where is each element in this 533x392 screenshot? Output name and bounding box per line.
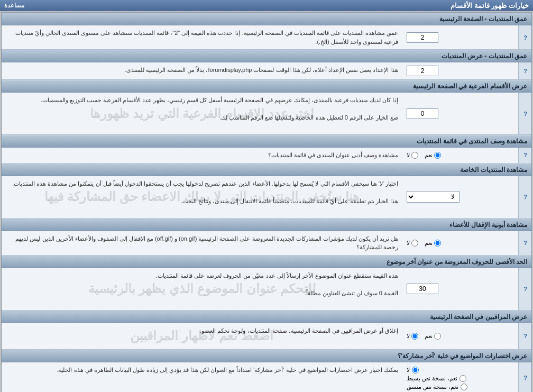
section-private-forums: مشاهدة المنتديات الخاصة — [2, 163, 531, 176]
page-title: خيارات ظهور قائمة الأقسام — [451, 2, 529, 10]
help-icon-2[interactable]: ? — [519, 93, 531, 134]
help-icon-6[interactable]: ? — [519, 268, 531, 310]
section-online-members: مشاهدة أبونية الإقفال للأعضاء — [2, 218, 531, 231]
forum-display-depth-input[interactable] — [407, 66, 438, 76]
setting-row-show-forum-desc: ? نعم لا مشاهدة وصف أدنى عنوان المنتدى ف… — [2, 148, 531, 163]
setting-row-last-post-snippets: ? لا نعم، نسخة نص بسيط نعم، نسخة نص منسق — [2, 362, 531, 393]
setting-row-forum-depth-home: ? عمق مشاهدة المنتديات على قائمة المنتدي… — [2, 25, 531, 50]
show-desc-no-label[interactable]: لا — [407, 152, 418, 159]
section-thread-title-limit: الحد الأقصى للحروف المعروضة من عنوان آخر… — [2, 256, 531, 268]
online-yes-label[interactable]: نعم — [425, 240, 441, 247]
input-cell-1 — [402, 62, 519, 79]
show-desc-no-radio[interactable] — [411, 152, 418, 159]
mods-yes-label[interactable]: نعم — [425, 333, 441, 340]
show-desc-radio-group: نعم لا — [407, 152, 441, 159]
input-cell-5: نعم لا — [402, 231, 519, 255]
snippets-formatted-label[interactable]: نعم، نسخة نص منسق — [407, 384, 467, 390]
input-cell-8: لا نعم، نسخة نص بسيط نعم، نسخة نص منسق — [402, 362, 519, 393]
section-show-forum-desc: مشاهدة وصف المنتدى في قائمة المنتديات — [2, 135, 531, 148]
help-icon-4[interactable]: ? — [519, 176, 531, 218]
online-members-radio-group: نعم لا — [407, 240, 441, 247]
help-icon-5[interactable]: ? — [519, 231, 531, 255]
section-last-post-snippets: عرض اختصارات المواضيع في خلية 'آخر مشارك… — [2, 350, 531, 362]
desc-forum-display-depth: هذا الإعداد يعمل نفس الإعداد أعلاه، لكن … — [2, 62, 402, 79]
input-cell-6 — [402, 268, 519, 310]
section-forum-depth: عمق المنتديات - الصفحة الرئيسية — [2, 13, 531, 25]
snippets-plain-label[interactable]: نعم، نسخة نص بسيط — [407, 375, 466, 382]
moderators-radio-group: نعم لا — [407, 333, 441, 340]
mods-no-label[interactable]: لا — [407, 333, 418, 340]
desc-online-members: هل تريد أن يكون لديك مؤشرات المشاركات ال… — [2, 231, 402, 255]
help-icon-7[interactable]: ? — [519, 323, 531, 349]
input-cell-7: نعم لا — [402, 323, 519, 349]
online-no-radio[interactable] — [411, 240, 418, 247]
input-cell-0 — [402, 25, 519, 49]
desc-private-forums: اختيار 'لا' هنا سيخفي الأقسام التي لا يُ… — [2, 176, 402, 218]
setting-row-subforums-home: ? إذا كان لديك منتديات فرعية بالمنتدى، إ… — [2, 93, 531, 135]
page-wrapper: خيارات ظهور قائمة الأقسام مساعدة عمق الم… — [0, 0, 533, 392]
subforums-home-input[interactable] — [407, 108, 438, 119]
input-cell-4: نعم لا — [402, 176, 519, 218]
snippets-no-label[interactable]: لا — [407, 367, 419, 373]
mods-no-radio[interactable] — [411, 333, 418, 340]
section-forum-display-depth: عمق المنتديات - عرض المنتديات — [2, 50, 531, 62]
snippets-formatted-radio[interactable] — [461, 384, 467, 390]
input-cell-3: نعم لا — [402, 148, 519, 163]
online-no-label[interactable]: لا — [407, 240, 418, 247]
thread-title-limit-input[interactable] — [407, 284, 438, 294]
snippets-options: لا نعم، نسخة نص بسيط نعم، نسخة نص منسق — [407, 367, 467, 390]
top-bar: خيارات ظهور قائمة الأقسام مساعدة — [0, 0, 533, 11]
setting-row-moderators-home: ? نعم لا إغلاق أو عرض المراقبين في الصفح… — [2, 323, 531, 350]
setting-row-private-forums: ? نعم لا اختيار 'لا' هنا سيخفي الأقسام ا… — [2, 176, 531, 218]
private-forums-select[interactable]: نعم لا — [407, 191, 460, 203]
desc-last-post-snippets: يمكنك اختيار عرض اختصارات المواضيع في خل… — [2, 362, 402, 393]
forum-depth-home-input[interactable] — [407, 32, 438, 43]
desc-thread-title-limit: هذه القيمة ستقطع عنوان الموضوع الآخر إرس… — [2, 268, 402, 310]
snippets-no-radio[interactable] — [412, 367, 419, 373]
snippets-plain-radio[interactable] — [460, 375, 466, 382]
help-icon-1[interactable]: ? — [519, 62, 531, 79]
mods-yes-radio[interactable] — [434, 333, 441, 340]
setting-row-forum-display-depth: ? هذا الإعداد يعمل نفس الإعداد أعلاه، لك… — [2, 62, 531, 80]
help-icon-3[interactable]: ? — [519, 148, 531, 163]
show-desc-yes-radio[interactable] — [434, 152, 441, 159]
online-yes-radio[interactable] — [434, 240, 441, 247]
setting-row-thread-title-limit: ? هذه القيمة ستقطع عنوان الموضوع الآخر إ… — [2, 268, 531, 311]
section-subforums-home: عرض الأقسام الفرعية في الصفحة الرئيسية — [2, 80, 531, 93]
help-link[interactable]: مساعدة — [4, 2, 24, 9]
main-container: عمق المنتديات - الصفحة الرئيسية ? عمق مش… — [1, 12, 532, 392]
show-desc-yes-label[interactable]: نعم — [425, 152, 441, 159]
desc-subforums-home: إذا كان لديك منتديات فرعية بالمنتدى، إمك… — [2, 93, 402, 134]
desc-show-forum-desc: مشاهدة وصف أدنى عنوان المنتدى في قائمة ا… — [2, 148, 402, 163]
help-icon-8[interactable]: ? — [519, 362, 531, 393]
setting-row-online-members: ? نعم لا هل تريد أن يكون لديك مؤشرات الم… — [2, 231, 531, 256]
input-cell-2 — [402, 93, 519, 134]
help-icon-0[interactable]: ? — [519, 25, 531, 49]
desc-forum-depth-home: عمق مشاهدة المنتديات على قائمة المنتديات… — [2, 25, 402, 49]
section-moderators-home: عرض المراقبين في الصفحة الرئيسية — [2, 311, 531, 323]
desc-moderators-home: إغلاق أو عرض المراقبين في الصفحة الرئيسي… — [2, 323, 402, 349]
watermark-thread: للتحكم عنوان الموضوع الذي يظهر بالرئيسية — [88, 279, 316, 298]
